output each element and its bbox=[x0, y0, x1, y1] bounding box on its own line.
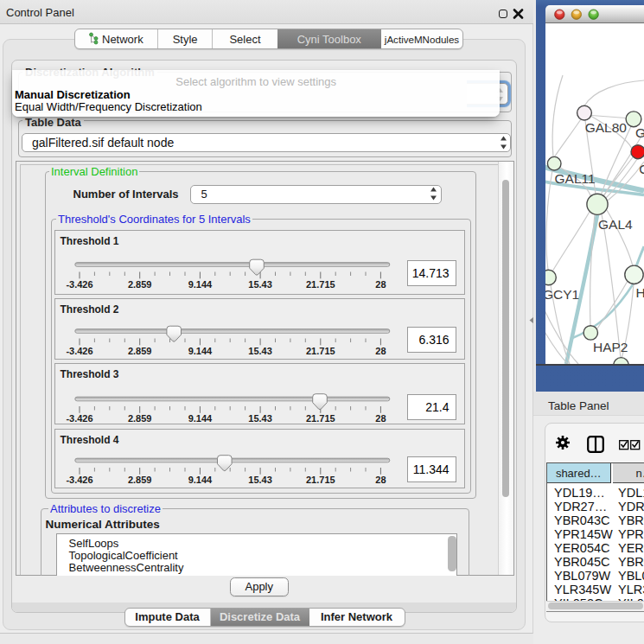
svg-text:-3.426: -3.426 bbox=[66, 345, 92, 355]
svg-text:-3.426: -3.426 bbox=[66, 475, 92, 485]
svg-text:21.715: 21.715 bbox=[305, 278, 335, 289]
svg-text:28: 28 bbox=[375, 345, 386, 355]
svg-text:21.715: 21.715 bbox=[305, 475, 335, 485]
svg-text:15.43: 15.43 bbox=[248, 413, 272, 424]
svg-text:2.859: 2.859 bbox=[127, 413, 151, 424]
svg-text:2.859: 2.859 bbox=[127, 278, 151, 289]
svg-text:GCY1: GCY1 bbox=[545, 286, 579, 301]
svg-text:9.144: 9.144 bbox=[188, 413, 212, 424]
svg-text:15.43: 15.43 bbox=[248, 345, 272, 355]
svg-text:9.144: 9.144 bbox=[188, 278, 212, 289]
svg-text:GAL80: GAL80 bbox=[585, 119, 628, 134]
svg-text:GAL80: GAL80 bbox=[635, 124, 644, 139]
svg-text:28: 28 bbox=[375, 475, 386, 485]
svg-text:15.43: 15.43 bbox=[248, 278, 272, 289]
svg-text:2.859: 2.859 bbox=[127, 345, 151, 355]
svg-text:GAL11: GAL11 bbox=[555, 170, 596, 185]
svg-text:GAL4: GAL4 bbox=[598, 216, 633, 231]
svg-text:-3.426: -3.426 bbox=[66, 278, 92, 289]
svg-text:15.43: 15.43 bbox=[248, 475, 272, 485]
svg-text:9.144: 9.144 bbox=[188, 345, 212, 355]
svg-text:28: 28 bbox=[375, 413, 386, 424]
svg-text:21.715: 21.715 bbox=[305, 345, 335, 355]
svg-text:H: H bbox=[636, 285, 644, 300]
svg-text:HAP2: HAP2 bbox=[593, 340, 628, 354]
svg-text:-3.426: -3.426 bbox=[66, 413, 92, 424]
svg-text:28: 28 bbox=[375, 278, 386, 289]
svg-text:21.715: 21.715 bbox=[305, 413, 335, 424]
svg-text:2.859: 2.859 bbox=[127, 475, 151, 485]
svg-text:C: C bbox=[639, 161, 644, 175]
svg-text:9.144: 9.144 bbox=[188, 475, 212, 485]
